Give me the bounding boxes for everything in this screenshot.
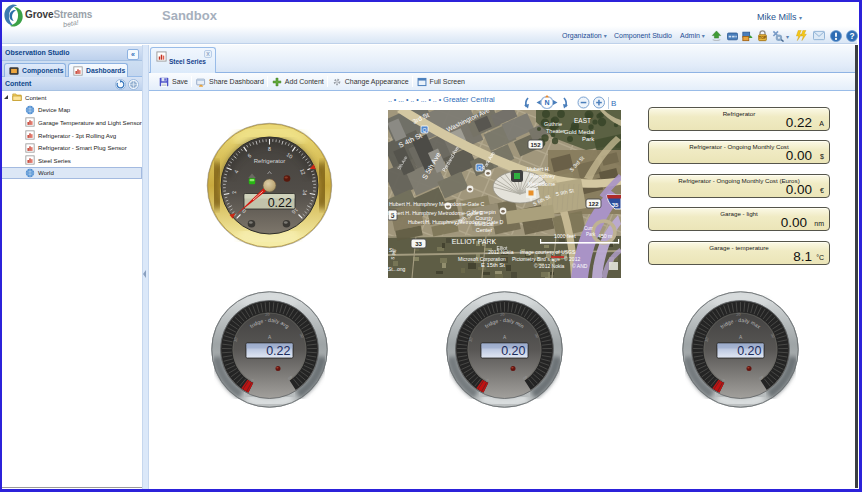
svg-text:Q: Q [423, 127, 427, 133]
svg-text:...2012 Nokia: ...2012 Nokia [484, 249, 514, 255]
svg-text:N: N [544, 99, 549, 106]
svg-text:Microsoft Corporation: Microsoft Corporation [458, 256, 506, 262]
svg-text:Metrodome: Metrodome [528, 181, 555, 187]
svg-text:33: 33 [415, 241, 422, 247]
svg-text:St...ong: St...ong [388, 266, 405, 272]
svg-text:0.22: 0.22 [266, 344, 290, 358]
svg-text:?: ? [849, 31, 854, 41]
svg-text:Center: Center [476, 227, 493, 233]
svg-text:35: 35 [612, 202, 619, 208]
svg-text:TOP: TOP [759, 36, 767, 40]
svg-text:E 15th St: E 15th St [481, 262, 505, 268]
svg-text:Park: Park [586, 232, 596, 237]
svg-text:450 m: 450 m [598, 233, 612, 239]
svg-text:EAST: EAST [574, 117, 591, 124]
svg-text:152: 152 [530, 142, 541, 148]
svg-text:B: B [611, 99, 616, 108]
svg-text:0.20: 0.20 [737, 344, 761, 358]
svg-text:122: 122 [588, 201, 599, 207]
svg-text:© 2012 Nokia: © 2012 Nokia [534, 263, 565, 269]
svg-text:Hubert H.: Hubert H. [527, 166, 550, 172]
svg-text:Guthrie: Guthrie [544, 121, 562, 127]
svg-text:8: 8 [268, 146, 271, 152]
svg-text:Hubert H. Humphrey Metrodome-G: Hubert H. Humphrey Metrodome-Gate C [389, 201, 485, 207]
svg-text:0.22: 0.22 [267, 195, 291, 209]
svg-text:Humphrey: Humphrey [530, 173, 555, 179]
svg-text:Gold Medal: Gold Medal [564, 129, 595, 135]
svg-text:Refrigerator: Refrigerator [253, 157, 285, 163]
svg-text:© 2012: © 2012 [564, 256, 580, 262]
svg-text:Theater: Theater [546, 128, 565, 134]
svg-text:Curr: Curr [584, 226, 593, 231]
svg-text:1000 feet: 1000 feet [554, 233, 576, 239]
svg-text:Image courtesy of USGS: Image courtesy of USGS [520, 249, 576, 255]
svg-text:© AND: © AND [572, 263, 588, 269]
svg-text:ELLIOT PARK: ELLIOT PARK [452, 238, 497, 245]
svg-text:14: 14 [301, 189, 308, 196]
svg-text:0.20: 0.20 [501, 344, 525, 358]
svg-text:St.: St. [389, 247, 395, 253]
svg-text:Park: Park [582, 136, 595, 142]
